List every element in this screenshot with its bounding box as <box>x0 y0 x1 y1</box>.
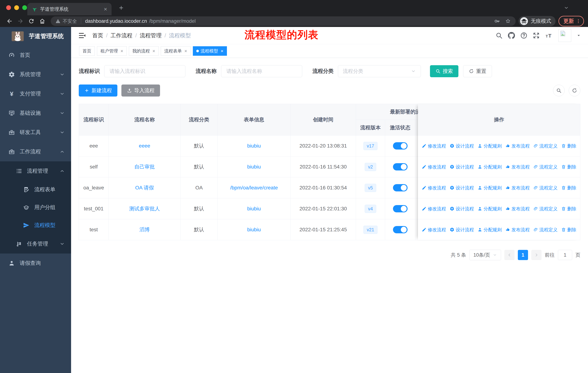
active-toggle[interactable] <box>393 226 408 233</box>
font-size-icon[interactable] <box>545 32 553 39</box>
breadcrumb-item[interactable]: 流程管理 <box>140 32 162 39</box>
tag-首页[interactable]: 首页 <box>79 46 95 56</box>
action-design[interactable]: 设计流程 <box>450 206 474 212</box>
action-deploy[interactable]: 发布流程 <box>505 164 530 170</box>
model-name-link[interactable]: 自己审批 <box>134 163 155 170</box>
model-name-link[interactable]: OA 请假 <box>135 184 154 191</box>
sidebar-item-支付管理[interactable]: ¥支付管理 <box>0 84 71 103</box>
tag-我的流程[interactable]: 我的流程× <box>129 46 158 56</box>
model-name-link[interactable]: eeee <box>139 143 150 149</box>
action-modify[interactable]: 修改流程 <box>422 164 446 170</box>
action-delete[interactable]: 删除 <box>561 227 576 233</box>
action-deploy[interactable]: 发布流程 <box>505 185 530 191</box>
current-page-button[interactable]: 1 <box>518 250 528 260</box>
form-link[interactable]: biubiu <box>247 164 261 170</box>
action-delete[interactable]: 删除 <box>561 185 576 191</box>
action-definition[interactable]: 流程定义 <box>533 206 557 212</box>
action-design[interactable]: 设计流程 <box>450 185 474 191</box>
sidebar-item-基础设施[interactable]: 基础设施 <box>0 103 71 123</box>
action-modify[interactable]: 修改流程 <box>422 227 446 233</box>
action-assign-rules[interactable]: 分配规则 <box>478 227 502 233</box>
github-icon[interactable] <box>508 32 515 39</box>
tag-流程模型[interactable]: 流程模型× <box>193 46 227 56</box>
tab-search-chevron-icon[interactable] <box>564 5 569 10</box>
active-toggle[interactable] <box>393 184 408 192</box>
address-bar[interactable]: 不安全 dashboard.yudao.iocoder.cn /bpm/mana… <box>51 16 516 26</box>
help-icon[interactable] <box>520 32 527 39</box>
close-tag-icon[interactable]: × <box>184 49 187 53</box>
action-definition[interactable]: 流程定义 <box>533 227 557 233</box>
sidebar-item-工作流程[interactable]: 工作流程 <box>0 142 71 161</box>
action-deploy[interactable]: 发布流程 <box>505 143 530 149</box>
home-button[interactable] <box>39 18 46 24</box>
avatar[interactable] <box>558 29 571 42</box>
form-link[interactable]: biubiu <box>247 206 261 212</box>
new-tab-button[interactable] <box>118 5 124 11</box>
action-definition[interactable]: 流程定义 <box>533 143 557 149</box>
close-window-button[interactable] <box>6 5 11 10</box>
sidebar-item-首页[interactable]: 首页 <box>0 46 71 65</box>
process-name-input[interactable] <box>221 65 302 77</box>
sidebar-item-研发工具[interactable]: 研发工具 <box>0 123 71 142</box>
sidebar-item-用户分组[interactable]: 用户分组 <box>0 199 71 216</box>
sidebar-item-流程模型[interactable]: 流程模型 <box>0 216 71 234</box>
search-button[interactable]: 搜索 <box>430 65 458 77</box>
model-name-link[interactable]: 测试多审批人 <box>129 205 160 212</box>
action-assign-rules[interactable]: 分配规则 <box>478 206 502 212</box>
fullscreen-icon[interactable] <box>533 32 540 39</box>
active-toggle[interactable] <box>393 142 408 150</box>
action-deploy[interactable]: 发布流程 <box>505 227 530 233</box>
sidebar-item-任务管理[interactable]: 任务管理 <box>0 234 71 253</box>
model-name-link[interactable]: 滔博 <box>139 226 150 233</box>
import-button[interactable]: 导入流程 <box>121 84 160 97</box>
active-toggle[interactable] <box>393 163 408 171</box>
refresh-table-button[interactable] <box>569 85 580 96</box>
create-button[interactable]: 新建流程 <box>79 84 117 97</box>
action-assign-rules[interactable]: 分配规则 <box>478 143 502 149</box>
reload-button[interactable] <box>28 18 35 24</box>
breadcrumb-item[interactable]: 工作流程 <box>110 32 132 39</box>
bookmark-star-icon[interactable] <box>505 18 511 24</box>
action-delete[interactable]: 删除 <box>561 164 576 170</box>
sidebar-item-请假查询[interactable]: 请假查询 <box>0 253 71 273</box>
tag-租户管理[interactable]: 租户管理× <box>97 46 127 56</box>
sidebar-item-流程表单[interactable]: 流程表单 <box>0 181 71 199</box>
action-assign-rules[interactable]: 分配规则 <box>478 164 502 170</box>
next-page-button[interactable] <box>531 250 542 260</box>
browser-update-button[interactable]: 更新 <box>558 16 584 26</box>
action-modify[interactable]: 修改流程 <box>422 185 446 191</box>
forward-button[interactable] <box>17 18 24 24</box>
action-delete[interactable]: 删除 <box>561 206 576 212</box>
breadcrumb-item[interactable]: 首页 <box>92 32 103 39</box>
goto-page-input[interactable] <box>558 250 572 260</box>
close-tab-icon[interactable]: × <box>104 6 107 13</box>
action-modify[interactable]: 修改流程 <box>422 206 446 212</box>
minimize-window-button[interactable] <box>14 5 19 10</box>
tag-流程表单[interactable]: 流程表单× <box>161 46 190 56</box>
action-design[interactable]: 设计流程 <box>450 227 474 233</box>
menu-kebab-icon[interactable] <box>576 19 581 24</box>
sidebar-item-流程管理[interactable]: 流程管理 <box>0 161 71 181</box>
app-logo-row[interactable]: 芋道管理系统 <box>0 27 71 46</box>
action-assign-rules[interactable]: 分配规则 <box>478 185 502 191</box>
action-delete[interactable]: 删除 <box>561 143 576 149</box>
process-key-input[interactable] <box>104 65 185 77</box>
reset-button[interactable]: 重置 <box>463 65 492 77</box>
collapse-sidebar-icon[interactable] <box>78 31 86 40</box>
action-definition[interactable]: 流程定义 <box>533 185 557 191</box>
form-link[interactable]: biubiu <box>247 143 261 149</box>
action-design[interactable]: 设计流程 <box>450 164 474 170</box>
browser-tab[interactable]: 芋道管理系统 × <box>27 3 112 15</box>
not-secure-warning-icon[interactable] <box>55 19 61 24</box>
page-size-select[interactable]: 10条/页 <box>469 250 501 260</box>
action-design[interactable]: 设计流程 <box>450 143 474 149</box>
user-menu-caret-icon[interactable] <box>576 33 581 38</box>
toggle-search-button[interactable] <box>553 85 565 96</box>
maximize-window-button[interactable] <box>22 5 27 10</box>
close-tag-icon[interactable]: × <box>221 49 223 53</box>
action-deploy[interactable]: 发布流程 <box>505 206 530 212</box>
search-icon[interactable] <box>495 32 503 39</box>
action-definition[interactable]: 流程定义 <box>533 164 557 170</box>
action-modify[interactable]: 修改流程 <box>422 143 446 149</box>
back-button[interactable] <box>6 18 13 24</box>
